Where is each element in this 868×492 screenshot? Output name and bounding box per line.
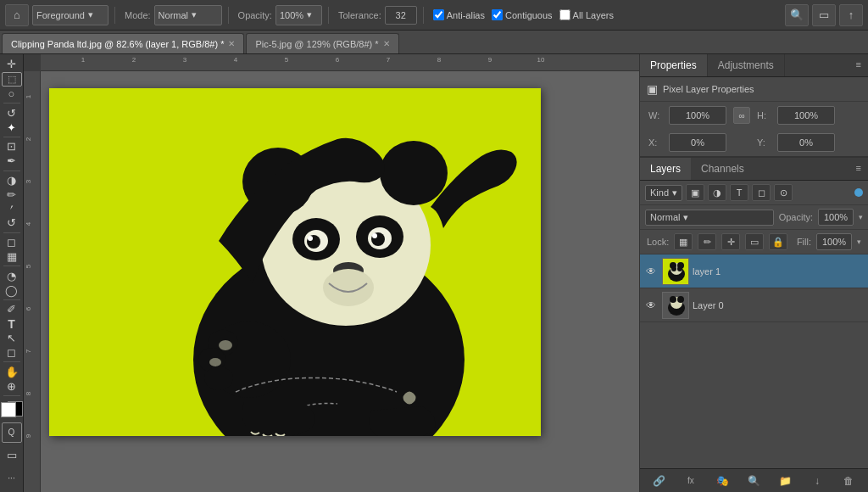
dodge-tool[interactable]: ◯: [2, 283, 22, 297]
ruler-v-label-6: 6: [25, 307, 33, 310]
search-btn[interactable]: 🔍: [785, 4, 809, 26]
foreground-swatch[interactable]: [1, 402, 16, 417]
props-header: ▣ Pixel Layer Properties: [640, 77, 868, 102]
brush-tool[interactable]: ✏: [2, 187, 22, 201]
tolerance-input[interactable]: [385, 6, 417, 25]
type-tool[interactable]: T: [2, 317, 22, 331]
tab-layers[interactable]: Layers: [640, 158, 691, 180]
stamp-tool[interactable]: ⎖: [2, 202, 22, 215]
kind-dropdown[interactable]: Kind ▾: [645, 185, 682, 201]
screen-mode-btn[interactable]: ▭: [2, 445, 22, 466]
share-btn[interactable]: ↑: [839, 4, 863, 26]
tab-clipping-panda-close[interactable]: ✕: [228, 39, 235, 48]
filter-shape-btn[interactable]: ◻: [752, 184, 771, 201]
fill-input[interactable]: [816, 233, 852, 250]
props-y-input[interactable]: [777, 133, 835, 152]
foreground-dropdown[interactable]: Foreground ▾: [32, 5, 108, 25]
eyedropper-tool[interactable]: ✒: [2, 154, 22, 168]
tool-sep6: [3, 299, 20, 300]
filter-smart-btn[interactable]: ⊙: [774, 184, 793, 201]
ruler-h-label-2: 2: [132, 56, 136, 64]
props-link-btn[interactable]: ∞: [733, 107, 750, 124]
opacity-stepper[interactable]: ▾: [859, 213, 863, 221]
lock-artboard-btn[interactable]: ▭: [745, 233, 764, 250]
tab-properties[interactable]: Properties: [640, 54, 708, 76]
filter-adjust-btn[interactable]: ◑: [708, 184, 726, 201]
properties-menu-btn[interactable]: ≡: [849, 54, 868, 76]
filter-pixel-btn[interactable]: ▣: [686, 184, 704, 201]
quick-mask-btn[interactable]: Q: [2, 422, 22, 443]
layer-row-layer0[interactable]: 👁 Layer 0: [640, 288, 868, 322]
props-x-input[interactable]: [669, 133, 726, 152]
fill-stepper[interactable]: ▾: [857, 238, 861, 246]
blur-tool[interactable]: ◔: [2, 269, 22, 282]
props-w-input[interactable]: [669, 106, 726, 125]
contiguous-label: Contiguous: [505, 10, 553, 20]
gradient-tool[interactable]: ▦: [2, 250, 22, 264]
blend-mode-dropdown[interactable]: Normal ▾: [645, 210, 774, 226]
marquee-tool[interactable]: ⬚: [2, 72, 22, 87]
opacity-dropdown[interactable]: 100% ▾: [275, 5, 322, 25]
link-layers-btn[interactable]: 🔗: [651, 472, 668, 489]
layer-row-layer1[interactable]: 👁 layer 1: [640, 254, 868, 288]
zoom-tool[interactable]: ⊕: [2, 379, 22, 393]
layer0-name: Layer 0: [693, 300, 865, 310]
layer-effects-btn[interactable]: fx: [682, 472, 699, 489]
blend-mode-value: Normal: [650, 212, 680, 222]
filter-type-btn[interactable]: T: [730, 184, 748, 201]
color-swatches: [1, 402, 23, 417]
separator3: [328, 7, 329, 24]
props-y-label: Y:: [757, 137, 771, 148]
path-select-tool[interactable]: ↖: [2, 332, 22, 345]
layer1-visibility-toggle[interactable]: 👁: [643, 264, 659, 279]
elliptical-marquee-tool[interactable]: ○: [2, 87, 22, 101]
lock-move-btn[interactable]: ✛: [721, 233, 740, 250]
all-layers-checkbox[interactable]: [559, 9, 570, 20]
delete-layer-btn[interactable]: 🗑: [840, 472, 857, 489]
shape-tool[interactable]: ◻: [2, 346, 22, 360]
crop-tool[interactable]: ⊡: [2, 140, 22, 154]
spot-heal-tool[interactable]: ◑: [2, 173, 22, 187]
ruler-v-label-1: 1: [25, 95, 33, 98]
eraser-tool[interactable]: ◻: [2, 236, 22, 249]
tab-channels[interactable]: Channels: [691, 158, 754, 180]
anti-alias-checkbox[interactable]: [433, 9, 444, 20]
hand-tool[interactable]: ✋: [2, 365, 22, 378]
tab-pic5-close[interactable]: ✕: [383, 39, 390, 48]
lasso-tool[interactable]: ↺: [2, 106, 22, 120]
layers-list: 👁 layer 1: [640, 254, 868, 468]
layers-opacity-input[interactable]: [818, 209, 854, 226]
screen-btn[interactable]: ▭: [812, 4, 836, 26]
history-brush-tool[interactable]: ↺: [2, 216, 22, 230]
ruler-horizontal: 1 2 3 4 5 6 7 8 9 10: [41, 54, 639, 71]
blend-chevron-icon: ▾: [683, 212, 688, 223]
new-group-btn[interactable]: 📁: [777, 472, 794, 489]
ruler-corner: [24, 54, 41, 71]
layers-menu-btn[interactable]: ≡: [849, 158, 868, 180]
tabs-bar: Clipping Panda ltd.jpg @ 82.6% (layer 1,…: [0, 31, 868, 54]
tab-pic5[interactable]: Pic-5.jpg @ 129% (RGB/8#) * ✕: [246, 33, 398, 53]
lock-transparent-btn[interactable]: ▦: [674, 233, 693, 250]
layer0-thumbnail: [662, 292, 689, 319]
foreground-chevron-icon: ▾: [88, 9, 93, 20]
foreground-label: Foreground: [36, 10, 85, 20]
pixel-layer-icon: ▣: [647, 82, 658, 96]
add-mask-btn[interactable]: 🎭: [714, 472, 731, 489]
pen-tool[interactable]: ✐: [2, 303, 22, 316]
tab-adjustments[interactable]: Adjustments: [708, 54, 785, 76]
home-icon-btn[interactable]: ⌂: [5, 4, 29, 26]
layer0-visibility-toggle[interactable]: 👁: [643, 298, 659, 313]
lock-all-btn[interactable]: 🔒: [769, 233, 787, 250]
props-h-input[interactable]: [777, 106, 835, 125]
tab-clipping-panda[interactable]: Clipping Panda ltd.jpg @ 82.6% (layer 1,…: [2, 33, 244, 53]
lock-paint-btn[interactable]: ✏: [698, 233, 716, 250]
move-tool[interactable]: ✛: [2, 58, 22, 71]
contiguous-checkbox[interactable]: [492, 9, 503, 20]
canvas-area[interactable]: [41, 71, 639, 492]
new-layer-btn[interactable]: ↓: [809, 472, 826, 489]
adjustment-layer-btn[interactable]: 🔍: [745, 472, 762, 489]
anti-alias-label: Anti-alias: [447, 10, 485, 20]
magic-wand-tool[interactable]: ✦: [2, 120, 22, 134]
extras-btn[interactable]: ···: [2, 468, 22, 489]
mode-dropdown[interactable]: Normal ▾: [154, 5, 222, 25]
